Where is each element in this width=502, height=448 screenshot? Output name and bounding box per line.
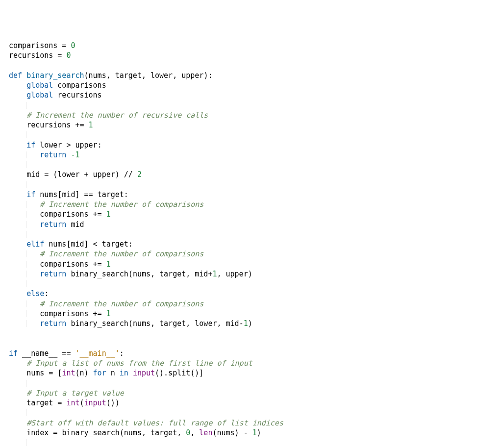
code-line[interactable]: return mid bbox=[9, 220, 502, 229]
code-line[interactable] bbox=[9, 61, 502, 71]
identifier: recursions bbox=[26, 121, 71, 129]
line-number bbox=[0, 71, 3, 80]
identifier: upper bbox=[75, 141, 97, 149]
code-line[interactable]: #Start off with default values: full ran… bbox=[9, 418, 502, 428]
code-line[interactable]: return binary_search(nums, target, lower… bbox=[9, 319, 502, 328]
line-number bbox=[0, 229, 3, 239]
identifier: lower bbox=[57, 170, 79, 179]
code-line[interactable]: # Input a list of nums from the first li… bbox=[9, 358, 502, 368]
code-line[interactable]: recursions += 1 bbox=[9, 120, 502, 130]
code-line[interactable] bbox=[9, 100, 502, 110]
code-line[interactable] bbox=[9, 438, 502, 448]
line-number bbox=[0, 239, 3, 249]
identifier: mid bbox=[26, 170, 40, 179]
line-number bbox=[0, 130, 3, 140]
line-number bbox=[0, 90, 3, 100]
code-line[interactable]: # Input a target value bbox=[9, 388, 502, 398]
code-line[interactable] bbox=[9, 408, 502, 418]
code-line[interactable]: nums = [int(n) for n in input().split()] bbox=[9, 368, 502, 378]
line-number bbox=[0, 249, 3, 259]
line-number bbox=[0, 309, 3, 319]
code-line[interactable]: comparisons += 1 bbox=[9, 259, 502, 269]
line-number bbox=[0, 358, 3, 368]
param: lower bbox=[151, 71, 173, 80]
builtin-len: len bbox=[199, 428, 212, 437]
identifier: binary_search bbox=[62, 428, 119, 437]
code-line[interactable]: elif nums[mid] < target: bbox=[9, 239, 502, 249]
identifier: mid bbox=[71, 240, 84, 249]
code-line[interactable]: global comparisons bbox=[9, 80, 502, 90]
code-editor[interactable]: comparisons = 0recursions = 0 def binary… bbox=[0, 40, 502, 448]
comment: # Increment the number of comparisons bbox=[40, 299, 203, 308]
keyword-return: return bbox=[40, 319, 66, 328]
identifier: nums bbox=[133, 270, 151, 278]
code-line[interactable]: global recursions bbox=[9, 90, 502, 100]
line-number bbox=[0, 110, 3, 120]
code-line[interactable] bbox=[9, 229, 502, 239]
builtin-int: int bbox=[66, 398, 79, 407]
code-line[interactable]: return -1 bbox=[9, 150, 502, 160]
code-line[interactable] bbox=[9, 328, 502, 338]
builtin-input: input bbox=[84, 398, 106, 407]
line-number bbox=[0, 279, 3, 289]
identifier: comparisons bbox=[40, 309, 88, 318]
code-line[interactable]: target = int(input()) bbox=[9, 398, 502, 408]
identifier: upper bbox=[226, 270, 248, 278]
code-line[interactable]: if nums[mid] == target: bbox=[9, 190, 502, 199]
identifier: target bbox=[151, 428, 177, 437]
identifier: nums bbox=[124, 428, 142, 437]
keyword-global: global bbox=[26, 91, 53, 100]
code-line[interactable]: # Increment the number of comparisons bbox=[9, 199, 502, 209]
code-line[interactable] bbox=[9, 180, 502, 190]
code-line[interactable] bbox=[9, 279, 502, 289]
line-number bbox=[0, 408, 3, 418]
code-line[interactable]: # Increment the number of recursive call… bbox=[9, 110, 502, 120]
code-line[interactable]: recursions = 0 bbox=[9, 50, 502, 60]
code-line[interactable] bbox=[9, 378, 502, 388]
comment: # Increment the number of comparisons bbox=[40, 249, 203, 258]
code-line[interactable] bbox=[9, 130, 502, 140]
code-line[interactable]: # Increment the number of comparisons bbox=[9, 299, 502, 309]
code-line[interactable]: else: bbox=[9, 289, 502, 299]
code-line[interactable] bbox=[9, 160, 502, 170]
comment: # Increment the number of recursive call… bbox=[26, 111, 208, 120]
code-line[interactable]: mid = (lower + upper) // 2 bbox=[9, 170, 502, 179]
number-literal: 0 bbox=[71, 41, 75, 50]
line-number bbox=[0, 41, 3, 50]
line-number bbox=[0, 50, 3, 60]
identifier: mid bbox=[195, 270, 208, 278]
identifier: comparisons bbox=[40, 210, 88, 219]
line-number bbox=[0, 150, 3, 160]
line-number bbox=[0, 418, 3, 428]
number-literal: 2 bbox=[137, 170, 142, 179]
code-area[interactable]: comparisons = 0recursions = 0 def binary… bbox=[4, 40, 502, 448]
code-line[interactable]: comparisons += 1 bbox=[9, 209, 502, 219]
number-literal: 1 bbox=[106, 210, 111, 219]
number-literal: 1 bbox=[212, 270, 217, 278]
identifier: nums bbox=[49, 240, 66, 249]
code-line[interactable] bbox=[9, 339, 502, 348]
number-literal: 0 bbox=[66, 51, 71, 60]
code-line[interactable]: comparisons = 0 bbox=[9, 41, 502, 50]
keyword-def: def bbox=[9, 71, 22, 80]
code-line[interactable]: # Increment the number of comparisons bbox=[9, 249, 502, 259]
keyword-if: if bbox=[9, 349, 18, 358]
identifier: mid bbox=[62, 190, 75, 199]
code-line[interactable]: comparisons += 1 bbox=[9, 309, 502, 319]
keyword-if: if bbox=[26, 190, 35, 199]
line-number bbox=[0, 120, 3, 130]
identifier: binary_search bbox=[71, 319, 128, 328]
line-number bbox=[0, 170, 3, 179]
identifier: lower bbox=[40, 141, 62, 149]
identifier: recursions bbox=[9, 51, 53, 60]
code-line[interactable]: if lower > upper: bbox=[9, 140, 502, 150]
code-line[interactable]: index = binary_search(nums, target, 0, l… bbox=[9, 428, 502, 438]
identifier: recursions bbox=[57, 91, 101, 100]
identifier: nums bbox=[40, 190, 57, 199]
number-literal: 1 bbox=[244, 319, 248, 328]
code-line[interactable]: def binary_search(nums, target, lower, u… bbox=[9, 71, 502, 80]
comment: # Input a target value bbox=[26, 389, 124, 398]
param: target bbox=[115, 71, 142, 80]
code-line[interactable]: return binary_search(nums, target, mid+1… bbox=[9, 269, 502, 279]
code-line[interactable]: if __name__ == '__main__': bbox=[9, 348, 502, 358]
